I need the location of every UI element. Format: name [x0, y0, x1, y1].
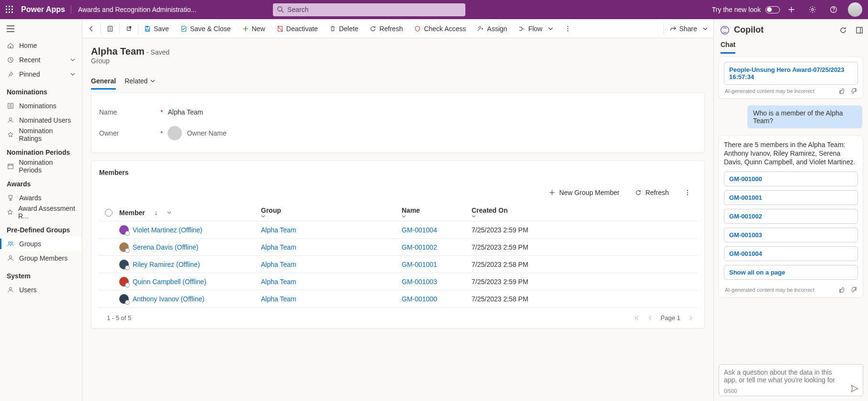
back-button[interactable]: [82, 19, 101, 38]
table-row[interactable]: Quinn Campbell (Offline)Alpha TeamGM-001…: [98, 273, 698, 290]
chevron-down-icon: [70, 57, 75, 62]
name-link[interactable]: GM-001002: [402, 243, 437, 251]
nav-nomination-ratings[interactable]: Nomination Ratings: [0, 127, 82, 142]
popout-button[interactable]: [120, 19, 138, 38]
owner-label: Owner: [99, 129, 160, 137]
col-name-header[interactable]: Name: [402, 206, 472, 218]
members-overflow-button[interactable]: [679, 186, 696, 199]
tab-general[interactable]: General: [91, 73, 116, 90]
copilot-result-chip[interactable]: GM-001004: [724, 246, 858, 261]
pager-next[interactable]: [688, 315, 694, 321]
share-button[interactable]: Share: [664, 19, 713, 38]
nav-home[interactable]: Home: [0, 38, 82, 53]
open-record-set-button[interactable]: [101, 19, 119, 38]
assign-button[interactable]: Assign: [472, 19, 513, 38]
delete-button[interactable]: Delete: [324, 19, 364, 38]
nav-collapse-button[interactable]: [0, 19, 82, 38]
member-link[interactable]: Anthony Ivanov (Offline): [133, 295, 204, 303]
nav-users[interactable]: Users: [0, 283, 82, 297]
member-link[interactable]: Quinn Campbell (Offline): [133, 278, 206, 286]
copilot-result-chip[interactable]: GM-001000: [724, 172, 858, 186]
nav-recent[interactable]: Recent: [0, 53, 82, 67]
thumbs-down-button[interactable]: [850, 286, 857, 293]
group-link[interactable]: Alpha Team: [261, 278, 296, 286]
flow-button[interactable]: Flow: [513, 19, 559, 38]
thumbs-up-button[interactable]: [839, 88, 845, 94]
brand-label[interactable]: Power Apps: [19, 5, 71, 14]
name-link[interactable]: GM-001004: [402, 226, 437, 234]
name-link[interactable]: GM-001000: [402, 295, 437, 303]
tab-related[interactable]: Related: [124, 73, 155, 90]
name-field[interactable]: Alpha Team: [168, 108, 203, 116]
send-button[interactable]: [850, 384, 859, 393]
pin-icon: [7, 71, 14, 78]
owner-lookup[interactable]: Owner Name: [168, 126, 226, 140]
nav-pinned[interactable]: Pinned: [0, 67, 82, 81]
member-link[interactable]: Serena Davis (Offline): [133, 243, 198, 251]
svg-rect-0: [6, 6, 7, 7]
col-member-header[interactable]: Member ↓: [119, 209, 261, 217]
save-button[interactable]: Save: [138, 19, 175, 38]
group-link[interactable]: Alpha Team: [261, 243, 296, 251]
try-new-look-toggle[interactable]: [766, 6, 780, 13]
help-button[interactable]: [824, 0, 843, 19]
deactivate-button[interactable]: Deactivate: [271, 19, 324, 38]
col-created-header[interactable]: Created On: [472, 206, 698, 218]
add-button[interactable]: [782, 0, 801, 19]
search-input[interactable]: [273, 3, 465, 16]
group-link[interactable]: Alpha Team: [261, 261, 296, 268]
user-avatar[interactable]: [848, 2, 862, 17]
name-link[interactable]: GM-001003: [402, 278, 437, 286]
member-link[interactable]: Riley Ramirez (Offline): [133, 261, 200, 268]
svg-point-11: [812, 9, 813, 11]
copilot-chip-label: GM-001001: [729, 194, 762, 201]
copilot-refresh-button[interactable]: [839, 26, 847, 34]
show-all-chip[interactable]: Show all on a page: [724, 265, 858, 280]
person-icon: [7, 255, 14, 262]
copilot-input[interactable]: [724, 368, 845, 387]
new-group-member-button[interactable]: New Group Member: [544, 186, 624, 199]
table-row[interactable]: Violet Martinez (Offline)Alpha TeamGM-00…: [98, 221, 698, 239]
chevron-down-icon: [70, 72, 75, 77]
check-access-button[interactable]: Check Access: [408, 19, 472, 38]
app-launcher[interactable]: [0, 0, 19, 19]
user-message: Who is a member of the Alpha Team?: [747, 105, 862, 128]
group-link[interactable]: Alpha Team: [261, 226, 296, 234]
nav-head-system: System: [0, 265, 82, 283]
created-on: 7/25/2023 2:59 PM: [472, 278, 698, 286]
copilot-result-chip[interactable]: GM-001003: [724, 228, 858, 242]
owner-avatar: [168, 126, 182, 140]
copilot-result-chip[interactable]: GM-001002: [724, 209, 858, 224]
nav-awards[interactable]: Awards: [0, 191, 82, 205]
name-link[interactable]: GM-001001: [402, 261, 437, 268]
nav-groups[interactable]: Groups: [0, 237, 82, 251]
settings-button[interactable]: [803, 0, 822, 19]
thumbs-down-button[interactable]: [850, 88, 857, 94]
copilot-result-chip[interactable]: GM-001001: [724, 190, 858, 205]
copilot-tab-chat[interactable]: Chat: [721, 41, 735, 54]
nav-nomination-periods[interactable]: Nomination Periods: [0, 159, 82, 173]
pager-first[interactable]: [634, 315, 640, 321]
refresh-members-button[interactable]: Refresh: [630, 186, 674, 199]
copilot-expand-button[interactable]: [856, 26, 863, 34]
table-row[interactable]: Riley Ramirez (Offline)Alpha TeamGM-0010…: [98, 256, 698, 273]
nav-award-assessment[interactable]: Award Assessment R...: [0, 205, 82, 219]
nav-nominations[interactable]: Nominations: [0, 99, 82, 113]
group-link[interactable]: Alpha Team: [261, 295, 296, 303]
new-button[interactable]: New: [237, 19, 271, 38]
pager-prev[interactable]: [647, 315, 653, 321]
col-group-header[interactable]: Group: [261, 206, 402, 218]
overflow-button[interactable]: [559, 19, 577, 38]
copilot-prev-link-text: People-Unsung Hero Award-07/25/2023 16:5…: [729, 66, 845, 80]
thumbs-up-button[interactable]: [839, 286, 845, 293]
table-row[interactable]: Serena Davis (Offline)Alpha TeamGM-00100…: [98, 239, 698, 256]
nav-nominated-users[interactable]: Nominated Users: [0, 113, 82, 127]
table-row[interactable]: Anthony Ivanov (Offline)Alpha TeamGM-001…: [98, 290, 698, 308]
svg-rect-1: [9, 6, 10, 7]
member-link[interactable]: Violet Martinez (Offline): [133, 226, 203, 234]
nav-group-members[interactable]: Group Members: [0, 251, 82, 265]
copilot-prev-link[interactable]: People-Unsung Hero Award-07/25/2023 16:5…: [724, 62, 858, 85]
select-all-checkbox[interactable]: [105, 209, 113, 217]
refresh-button[interactable]: Refresh: [364, 19, 408, 38]
save-close-button[interactable]: Save & Close: [175, 19, 237, 38]
